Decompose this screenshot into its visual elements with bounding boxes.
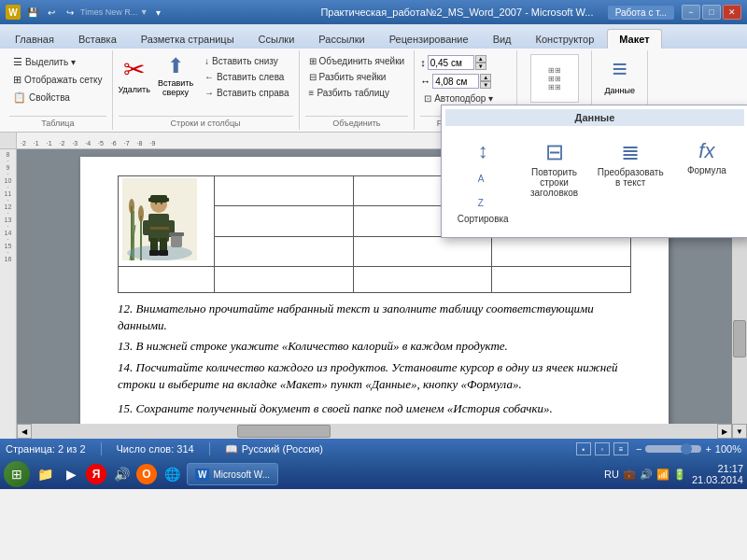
- ru-lang-indicator[interactable]: RU: [604, 469, 619, 480]
- dannye-dropdown-panel: Данные ↕AZ Сортировка ⊟ Повторить строки…: [441, 105, 747, 238]
- preobrazovat-label: Преобразоватьв текст: [598, 167, 664, 188]
- merge-icon: ⊞: [309, 56, 317, 66]
- v-scroll-down-btn[interactable]: ▼: [732, 424, 747, 439]
- height-icon: ↕: [420, 57, 426, 68]
- taskbar-clock: 21:17 21.03.2014: [692, 463, 743, 485]
- word-icon: W: [195, 469, 209, 481]
- vstavit-sprava-btn[interactable]: → Вставить справа: [201, 86, 292, 100]
- split-table-icon: ≡: [309, 88, 315, 98]
- stroki-label: Строки и столбцы: [119, 116, 293, 128]
- height-down-btn[interactable]: ▼: [475, 63, 486, 70]
- zoom-minus-btn[interactable]: −: [636, 443, 641, 455]
- insert-right-icon: →: [204, 88, 214, 98]
- view-fullscreen-btn[interactable]: ▫: [595, 442, 610, 455]
- svg-point-4: [129, 199, 134, 214]
- tray-icon-1: 💼: [623, 469, 636, 481]
- group-obedinit: ⊞ Объединить ячейки ⊟ Разбить ячейки ≡ Р…: [300, 50, 416, 130]
- vstavit-sverhu-btn[interactable]: ⬆ Вставитьсверху: [158, 54, 193, 97]
- height-input[interactable]: [428, 55, 474, 70]
- para-14: 14. Посчитайте количество каждого из про…: [118, 359, 631, 393]
- table-cell-3-3: [353, 236, 492, 266]
- title-bar-left: W 💾 ↩ ↪ Times New R... ▼ ▾: [6, 4, 306, 21]
- window-title: Практическая_работа№2_MS_Word_2007 - Mic…: [306, 7, 607, 18]
- taskbar-opera-icon[interactable]: 🌐: [161, 463, 183, 485]
- vydelit-btn[interactable]: ☰ Выделить ▾: [9, 54, 79, 70]
- otobrazhat-btn[interactable]: ⊞ Отображать сетку: [9, 72, 106, 88]
- tab-maket[interactable]: Макет: [607, 29, 661, 49]
- formula-btn[interactable]: fx Формула: [673, 133, 740, 230]
- povtorit-btn[interactable]: ⊟ Повторить строкизаголовков: [520, 133, 587, 230]
- v-scroll-thumb[interactable]: [733, 320, 746, 357]
- tab-konstruktor[interactable]: Конструктор: [525, 30, 606, 49]
- zoom-plus-btn[interactable]: +: [705, 443, 711, 455]
- window-controls: − □ ✕: [682, 5, 741, 20]
- width-input[interactable]: [432, 74, 479, 89]
- start-button[interactable]: ⊞: [4, 461, 30, 487]
- taskbar-media-icon[interactable]: ▶: [60, 463, 82, 485]
- tab-ssylki[interactable]: Ссылки: [247, 30, 306, 49]
- zoom-handle[interactable]: [681, 443, 692, 455]
- zoom-slider[interactable]: [645, 445, 701, 453]
- tab-glavnaya[interactable]: Главная: [4, 30, 65, 49]
- avtopodbor-btn[interactable]: ⊡ Автоподбор ▾: [420, 91, 497, 105]
- insert-left-icon: ←: [204, 72, 214, 82]
- taskbar-yandex-icon[interactable]: Я: [86, 464, 106, 484]
- sort-icon: ↕AZ: [478, 139, 488, 212]
- h-scroll-right-btn[interactable]: ▶: [717, 424, 732, 439]
- taskbar-browser-icon[interactable]: O: [136, 464, 157, 484]
- height-row: ↕ ▲ ▼: [420, 55, 486, 70]
- context-tab-label: Работа с т...: [608, 6, 674, 20]
- svojstva-btn[interactable]: 📋 Свойства: [9, 90, 74, 105]
- width-up-btn[interactable]: ▲: [480, 74, 491, 81]
- save-quick-btn[interactable]: 💾: [24, 4, 41, 21]
- table-cell-2-2: [214, 206, 353, 236]
- customize-quick-btn[interactable]: ▾: [150, 4, 167, 21]
- redo-quick-btn[interactable]: ↪: [62, 4, 78, 21]
- svg-point-6: [138, 205, 144, 222]
- tab-vid[interactable]: Вид: [482, 30, 523, 49]
- split-cell-icon: ⊟: [309, 72, 317, 82]
- udalit-btn[interactable]: ✂ Удалить: [119, 54, 150, 94]
- maximize-btn[interactable]: □: [702, 5, 721, 20]
- obedinit-label: Объединить: [305, 116, 409, 128]
- page-label: Страница: 2 из 2: [6, 443, 86, 455]
- undo-quick-btn[interactable]: ↩: [43, 4, 60, 21]
- h-scroll-left-btn[interactable]: ◀: [17, 424, 32, 439]
- words-status: Число слов: 314: [117, 443, 194, 455]
- taskbar-volume-icon[interactable]: 🔊: [110, 463, 133, 485]
- razbit-yacheyki-btn[interactable]: ⊟ Разбить ячейки: [305, 70, 390, 84]
- select-icon: ☰: [13, 56, 22, 68]
- panel-content: ↕AZ Сортировка ⊟ Повторить строкизаголов…: [445, 130, 744, 233]
- repeat-icon: ⊟: [545, 139, 564, 165]
- height-spinner[interactable]: ▲ ▼: [475, 55, 486, 70]
- height-up-btn[interactable]: ▲: [475, 55, 486, 63]
- dannye-sublabel: Данные: [604, 86, 635, 95]
- filename-display: Times New R... ▼: [80, 7, 148, 17]
- word-taskbar-label: Microsoft W...: [213, 469, 270, 480]
- tab-recenzirovanie[interactable]: Рецензирование: [378, 30, 480, 49]
- povtorit-label: Повторить строкизаголовков: [526, 167, 582, 198]
- tab-rassylki[interactable]: Рассылки: [307, 30, 375, 49]
- tab-vstavka[interactable]: Вставка: [67, 30, 128, 49]
- close-btn[interactable]: ✕: [723, 5, 741, 20]
- vstavit-snizu-btn[interactable]: ↓ Вставить снизу: [201, 54, 292, 68]
- tab-razmetka[interactable]: Разметка страницы: [130, 30, 246, 49]
- table-cell-4-4: [492, 267, 631, 293]
- sortirovka-btn[interactable]: ↕AZ Сортировка: [449, 133, 516, 230]
- dannye-icon: ≡: [613, 54, 627, 84]
- view-web-btn[interactable]: ≡: [613, 442, 628, 455]
- vstavit-sleva-btn[interactable]: ← Вставить слева: [201, 70, 292, 84]
- view-print-btn[interactable]: ▪: [576, 442, 591, 455]
- taskbar-files-icon[interactable]: 📁: [34, 463, 56, 485]
- razbit-tablicu-btn[interactable]: ≡ Разбить таблицу: [305, 86, 393, 100]
- width-spinner[interactable]: ▲ ▼: [480, 74, 491, 89]
- minimize-btn[interactable]: −: [682, 5, 700, 20]
- preobrazovat-btn[interactable]: ≣ Преобразоватьв текст: [592, 133, 669, 230]
- h-scroll-thumb[interactable]: [237, 425, 331, 438]
- view-mode-btns: ▪ ▫ ≡: [576, 442, 628, 455]
- formula-icon: fx: [698, 139, 714, 163]
- word-taskbar-btn[interactable]: W Microsoft W...: [187, 463, 278, 485]
- status-sep-2: [209, 442, 210, 455]
- width-down-btn[interactable]: ▼: [480, 81, 491, 89]
- obedinit-yacheyki-btn[interactable]: ⊞ Объединить ячейки: [305, 54, 409, 68]
